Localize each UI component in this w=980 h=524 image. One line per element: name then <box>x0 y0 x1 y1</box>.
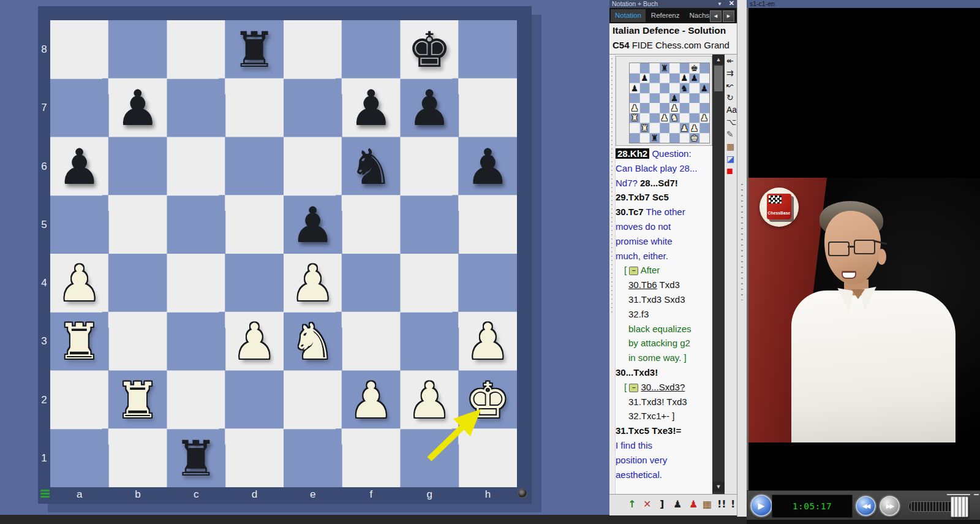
panel-splitter-left[interactable] <box>609 55 616 494</box>
black-piece-icon[interactable]: ♟ <box>673 498 682 510</box>
back-arrow-icon[interactable]: ↜ <box>725 79 737 91</box>
tab-notation[interactable]: Notation <box>611 9 646 22</box>
move-text[interactable]: 31.Txd3! Txd3 <box>628 397 687 407</box>
red-piece-icon[interactable]: ♟ <box>689 498 698 510</box>
chess-piece-wp-f2[interactable]: ♟ <box>342 371 400 429</box>
move-text[interactable]: 32.f3 <box>628 309 649 319</box>
structure-icon[interactable]: ⌥ <box>725 116 737 128</box>
comment-text[interactable]: After <box>638 265 660 275</box>
chess-piece-wr-a3[interactable]: ♜ <box>50 312 108 370</box>
move-text[interactable]: 28...Sd7! <box>640 178 678 188</box>
rank-label: 7 <box>38 78 50 137</box>
comment-text[interactable]: much, either. <box>616 251 668 261</box>
move-text[interactable]: 30...Txd3! <box>616 367 658 378</box>
notation-line: 31.Txd3 Sxd3 <box>616 292 710 307</box>
move-text[interactable]: 29.Txb7 Sc5 <box>616 192 669 202</box>
comment-text[interactable]: Nd7? <box>616 178 638 188</box>
chess-piece-wp-a4[interactable]: ♟ <box>50 254 108 312</box>
comment-text[interactable]: black equalizes <box>628 324 692 334</box>
scrollbar-thumb[interactable] <box>714 66 723 91</box>
collapse-icon[interactable]: – <box>629 267 638 275</box>
promote-variation-icon[interactable]: ↑ <box>628 498 636 510</box>
rotate-icon[interactable]: ↻ <box>725 91 737 104</box>
move-text[interactable]: 31.Txc5 Txe3!= <box>616 425 681 436</box>
chess-piece-bp-b7[interactable]: ♟ <box>108 78 167 137</box>
chess-piece-wp-d3[interactable]: ♟ <box>225 312 284 370</box>
rewind-button[interactable]: ◀◀ <box>856 496 876 516</box>
chess-piece-wp-h3[interactable]: ♟ <box>459 312 517 370</box>
move-text[interactable]: 30.Tb6 <box>628 279 657 290</box>
tab-scroll-left-icon[interactable]: ◄ <box>710 10 722 22</box>
chess-piece-bp-f7[interactable]: ♟ <box>342 78 400 137</box>
scroll-down-icon[interactable]: ▼ <box>712 482 725 492</box>
chess-piece-wk-h2[interactable]: ♚ <box>459 371 517 429</box>
chess-piece-bn-f6[interactable]: ♞ <box>342 137 400 196</box>
move-text[interactable]: 30...Sxd3? <box>641 382 685 392</box>
comment-text[interactable]: Can Black play 28... <box>616 163 697 173</box>
file-label: d <box>225 487 284 504</box>
board-menu-icon[interactable] <box>40 490 50 498</box>
variation-arrows-icon[interactable]: ↞ <box>725 55 737 67</box>
time-display: 1:05:17 1:34:24 <box>772 495 853 518</box>
caret-down-icon[interactable]: ▼ <box>717 0 722 8</box>
chess-piece-bp-g7[interactable]: ♟ <box>401 78 459 137</box>
move-text[interactable]: 32.Txc1+- ] <box>628 411 674 421</box>
tab-scroll-right-icon[interactable]: ► <box>723 10 734 22</box>
mini-piece-wp-e4: ♟ <box>669 103 679 113</box>
comment-text[interactable]: moves do not <box>616 221 671 232</box>
move-text[interactable]: 31.Txd3 Sxd3 <box>628 294 685 305</box>
chess-piece-bp-h6[interactable]: ♟ <box>459 137 517 196</box>
comment-text[interactable]: [ <box>624 265 629 275</box>
comment-text[interactable]: position very <box>616 455 667 465</box>
tab-referenz[interactable]: Referenz <box>647 9 684 22</box>
mini-chess-board[interactable]: ♜♚♟♟♟♟♞♟♟♟♟♜♟♞♟♜♟♟♚♜ <box>629 63 710 143</box>
volume-slider-knob[interactable] <box>951 496 968 517</box>
file-label: f <box>342 487 400 504</box>
pieces-palette-icon[interactable]: ▦ <box>703 498 712 510</box>
move-text[interactable]: 30.Tc7 <box>616 207 644 217</box>
move-text[interactable]: 28.Kh2 <box>616 148 649 159</box>
exclam-icon[interactable]: ! <box>731 498 735 510</box>
chess-piece-bp-e5[interactable]: ♟ <box>284 196 342 254</box>
move-text[interactable]: Txd3 <box>657 279 680 290</box>
comment-text[interactable]: aesthetical. <box>616 469 662 480</box>
file-label: h <box>459 487 517 504</box>
chess-piece-br-c1[interactable]: ♜ <box>167 429 225 487</box>
play-button[interactable]: ▶ <box>750 495 772 517</box>
red-swatch-icon[interactable]: ■ <box>725 165 737 177</box>
brush-icon[interactable]: ✎ <box>725 128 737 140</box>
comment-text[interactable]: I find this <box>616 440 652 450</box>
comment-text[interactable]: The other <box>646 207 685 217</box>
video-panel: s1-c1-en ChessBase <box>747 0 980 524</box>
fast-forward-button[interactable]: ▶▶ <box>880 496 900 516</box>
comment-text[interactable]: Question: <box>652 148 691 159</box>
chess-piece-wn-e3[interactable]: ♞ <box>284 312 342 370</box>
chess-board[interactable]: ♜♚♟♟♟♟♞♟♟♟♟♜♟♞♟♜♟♟♚♜ <box>50 20 517 487</box>
comment-text[interactable]: by attacking g2 <box>628 338 690 348</box>
video-display[interactable]: ChessBase <box>747 8 980 490</box>
board-corner-button[interactable] <box>518 488 527 498</box>
chess-piece-wp-e4[interactable]: ♟ <box>284 254 342 312</box>
collapse-icon[interactable]: – <box>629 384 638 392</box>
notation-moves: 28.Kh2 Question:Can Black play 28...Nd7?… <box>616 146 710 482</box>
close-icon[interactable]: ✕ <box>729 0 734 7</box>
text-format-icon[interactable]: Aa <box>725 104 737 116</box>
chess-piece-wp-g2[interactable]: ♟ <box>401 371 459 429</box>
delete-move-icon[interactable]: ✕ <box>643 498 651 510</box>
scroll-up-icon[interactable]: ▲ <box>712 55 725 64</box>
chess-piece-wr-b2[interactable]: ♜ <box>108 371 167 429</box>
comment-text[interactable]: in some way. ] <box>628 352 687 363</box>
eraser-icon[interactable]: ◪ <box>725 153 737 165</box>
chess-piece-bk-g8[interactable]: ♚ <box>401 20 459 78</box>
double-exclam-icon[interactable]: !! <box>717 498 726 510</box>
chess-piece-br-d8[interactable]: ♜ <box>225 20 284 78</box>
scatter-arrows-icon[interactable]: ⇉ <box>725 67 737 79</box>
bracket-icon[interactable]: ] <box>660 498 664 510</box>
rank-label: 3 <box>38 312 50 370</box>
notation-scrollbar[interactable]: ▲ ▼ <box>712 55 725 494</box>
comment-text[interactable]: [ <box>624 382 629 392</box>
comment-text[interactable]: promise white <box>616 236 673 246</box>
pieces-palette-icon[interactable]: ▦ <box>725 140 737 153</box>
panel-splitter[interactable] <box>737 0 747 517</box>
chess-piece-bp-a6[interactable]: ♟ <box>50 137 108 196</box>
